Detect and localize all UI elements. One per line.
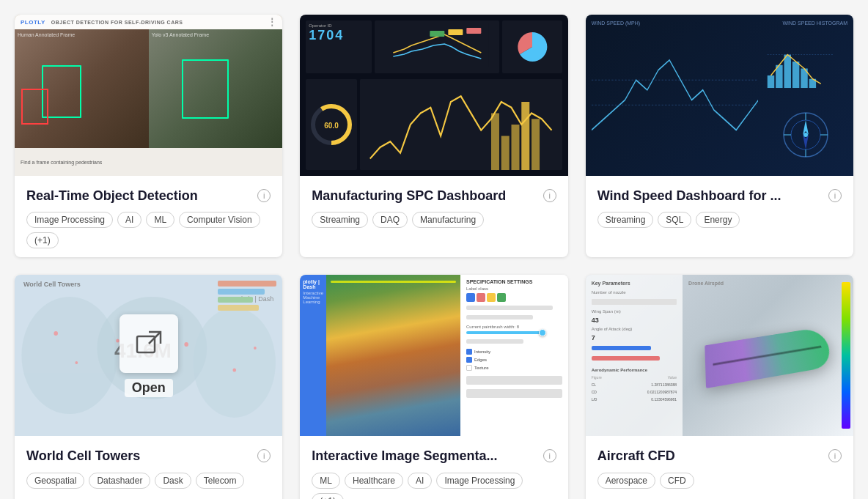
- od-image-left: Human Annotated Frame: [15, 29, 149, 148]
- tag-card-5-0[interactable]: ML: [312, 473, 340, 489]
- wind-main-chart: [592, 30, 759, 170]
- tag-card-1-0[interactable]: Image Processing: [26, 212, 113, 228]
- card-card-6[interactable]: Key Parameters Number of nozzle Wing Spa…: [586, 275, 853, 499]
- tag-card-1-1[interactable]: AI: [117, 212, 141, 228]
- tag-card-4-1[interactable]: Datashader: [89, 473, 150, 489]
- tag-card-6-1[interactable]: CFD: [660, 473, 694, 489]
- info-icon-card-6[interactable]: i: [828, 449, 842, 462]
- card-card-3[interactable]: WIND SPEED (MPH) WIND SPEED HISTOGRAM: [586, 15, 853, 257]
- info-icon-card-2[interactable]: i: [543, 189, 556, 202]
- cfd-colorbar: [842, 282, 850, 429]
- card-card-1[interactable]: plotly OBJECT DETECTION FOR SELF-DRIVING…: [15, 15, 282, 257]
- tag-card-3-1[interactable]: SQL: [658, 212, 691, 228]
- imgml-color-3: [487, 293, 496, 302]
- imgml-line-2: [466, 315, 533, 319]
- card-tags-card-4: GeospatialDatashaderDaskTelecom: [26, 473, 271, 489]
- spc-id-box: Operator ID 1704: [306, 21, 371, 73]
- card-tags-card-3: StreamingSQLEnergy: [597, 212, 842, 228]
- plotly-logo: plotly: [21, 19, 45, 26]
- tag-card-4-3[interactable]: Telecom: [196, 473, 245, 489]
- cfd-wing-span: Wing Span (m): [592, 309, 677, 314]
- svg-point-44: [254, 347, 257, 350]
- card-title-card-3: Wind Speed Dashboard for ...: [597, 188, 781, 204]
- svg-point-38: [54, 331, 58, 336]
- card-thumb-card-5: plotly | Dash Interactive Machine Learni…: [300, 275, 567, 436]
- imgml-line-1: [466, 306, 553, 310]
- wind-hist: [764, 30, 847, 100]
- tag-card-5-2[interactable]: AI: [408, 473, 432, 489]
- od-title: OBJECT DETECTION FOR SELF-DRIVING CARS: [51, 20, 183, 25]
- svg-point-42: [184, 342, 188, 347]
- svg-rect-1: [430, 31, 444, 37]
- od-bbox-red: [21, 89, 48, 125]
- card-tags-card-1: Image ProcessingAIMLComputer Vision(+1): [26, 212, 271, 248]
- card-body-card-3: Wind Speed Dashboard for ...iStreamingSQ…: [586, 176, 853, 237]
- info-icon-card-5[interactable]: i: [543, 449, 556, 462]
- tag-card-3-0[interactable]: Streaming: [597, 212, 654, 228]
- spc-gauge: 60.0: [308, 101, 356, 149]
- tag-card-1-3[interactable]: Computer Vision: [179, 212, 260, 228]
- tag-card-5-1[interactable]: Healthcare: [345, 473, 403, 489]
- card-title-row-card-2: Manufacturing SPC Dashboardi: [312, 188, 556, 204]
- tag-card-2-2[interactable]: Manufacturing: [412, 212, 484, 228]
- open-icon-wrap[interactable]: Open: [119, 314, 178, 397]
- card-body-card-5: Interactive Image Segmenta...iMLHealthca…: [300, 436, 567, 499]
- cfd-num-nozzle: Number of nozzle: [592, 290, 677, 295]
- imgml-label-class: Label class: [466, 287, 562, 291]
- wind-inner: WIND SPEED (MPH) WIND SPEED HISTOGRAM: [586, 15, 853, 176]
- card-tags-card-2: StreamingDAQManufacturing: [312, 212, 556, 228]
- svg-rect-9: [491, 114, 499, 171]
- card-card-5[interactable]: plotly | Dash Interactive Machine Learni…: [300, 275, 567, 499]
- tag-card-6-0[interactable]: Aerospace: [597, 473, 655, 489]
- card-card-2[interactable]: Operator ID 1704: [300, 15, 567, 257]
- od-menu-icon: ⋮: [268, 17, 277, 27]
- info-icon-card-3[interactable]: i: [828, 189, 842, 202]
- cfd-input-1: [592, 299, 677, 305]
- card-title-row-card-3: Wind Speed Dashboard for ...i: [597, 188, 842, 204]
- spc-inner: Operator ID 1704: [300, 15, 567, 176]
- tag-card-2-1[interactable]: DAQ: [372, 212, 408, 228]
- card-title-card-4: World Cell Towers: [26, 448, 140, 465]
- imgml-color-1: [466, 293, 475, 302]
- card-title-card-2: Manufacturing SPC Dashboard: [312, 188, 506, 204]
- info-icon-card-4[interactable]: i: [257, 449, 271, 462]
- app-grid: plotly OBJECT DETECTION FOR SELF-DRIVING…: [15, 15, 853, 499]
- cb-label-3: Texture: [474, 366, 489, 370]
- cfd-angle-label: Angle of Attack (deg): [592, 327, 677, 331]
- bar-3: [218, 297, 253, 303]
- card-body-card-2: Manufacturing SPC DashboardiStreamingDAQ…: [300, 176, 567, 237]
- spc-pie: [514, 29, 551, 65]
- tag-card-4-0[interactable]: Geospatial: [26, 473, 84, 489]
- svg-rect-18: [768, 75, 774, 88]
- card-thumb-card-3: WIND SPEED (MPH) WIND SPEED HISTOGRAM: [586, 15, 853, 176]
- cfd-ld-label: L/D: [592, 397, 597, 402]
- tag-card-1-2[interactable]: ML: [146, 212, 174, 228]
- imgml-paintbrush-label: Current paintbrush width: 8: [466, 325, 562, 329]
- svg-rect-14: [592, 30, 759, 170]
- svg-rect-12: [522, 102, 530, 170]
- imgml-checkboxes: Intensity Edges Texture: [466, 349, 562, 371]
- imgml-color-4: [497, 293, 506, 302]
- wind-charts: [592, 30, 847, 170]
- tag-card-2-0[interactable]: Streaming: [312, 212, 368, 228]
- spc-metrics-chart: [378, 23, 497, 67]
- tag-card-3-2[interactable]: Energy: [696, 212, 740, 228]
- imgml-cb-1: Intensity: [466, 349, 562, 355]
- imgml-color-row: [466, 293, 562, 302]
- imgml-plotly-badge: plotly | Dash: [303, 279, 323, 289]
- tag-card-5-3[interactable]: Image Processing: [436, 473, 523, 489]
- imgml-cb-2: Edges: [466, 357, 562, 363]
- cfd-inner: Key Parameters Number of nozzle Wing Spa…: [586, 275, 853, 436]
- imgml-slider: [466, 331, 543, 334]
- cfd-run-btn: [592, 346, 652, 350]
- cfd-wing-val: 43: [592, 317, 677, 324]
- svg-rect-21: [792, 62, 799, 88]
- tag-card-4-2[interactable]: Dask: [155, 473, 191, 489]
- wind-compass-box: [764, 100, 847, 171]
- info-icon-card-1[interactable]: i: [257, 189, 271, 202]
- card-body-card-4: World Cell TowersiGeospatialDatashaderDa…: [15, 436, 282, 497]
- card-body-card-6: Aircraft CFDiAerospaceCFD: [586, 436, 853, 497]
- cfd-ld-val: 0.12304596981: [651, 397, 677, 402]
- od-header: plotly OBJECT DETECTION FOR SELF-DRIVING…: [15, 15, 282, 29]
- card-card-4[interactable]: World Cell Towers plotly | Dash: [15, 275, 282, 499]
